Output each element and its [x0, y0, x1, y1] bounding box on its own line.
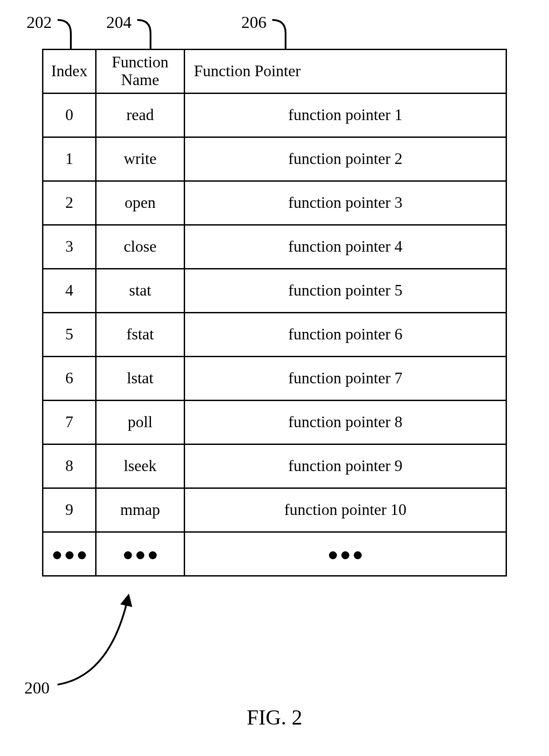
cell-index: 2: [43, 181, 96, 225]
cell-function-pointer: function pointer 1: [185, 94, 506, 137]
callout-200: 200: [24, 678, 50, 698]
table-row: 9mmapfunction pointer 10: [43, 488, 506, 532]
table-row: 3closefunction pointer 4: [43, 225, 506, 269]
cell-function-pointer: function pointer 3: [185, 181, 506, 225]
cell-index: 7: [43, 401, 96, 444]
cell-function-name: close: [96, 225, 185, 269]
cell-function-pointer: function pointer 4: [185, 225, 506, 269]
table-row: 2openfunction pointer 3: [43, 181, 506, 225]
cell-function-pointer: function pointer 7: [185, 357, 506, 401]
callout-202: 202: [27, 12, 52, 32]
table-ellipsis-row: [43, 532, 506, 576]
figure-label: FIG. 2: [0, 705, 549, 729]
table-row: 8lseekfunction pointer 9: [43, 444, 506, 488]
cell-function-pointer: function pointer 10: [185, 488, 506, 532]
callout-206: 206: [241, 12, 267, 32]
table-row: 4statfunction pointer 5: [43, 269, 506, 313]
cell-index: 8: [43, 444, 96, 488]
cell-function-name: read: [96, 94, 185, 137]
cell-index: 6: [43, 357, 96, 401]
header-name: Function Name: [96, 50, 185, 94]
header-index: Index: [43, 50, 96, 94]
cell-function-name: poll: [96, 401, 185, 444]
header-pointer: Function Pointer: [185, 50, 506, 94]
table-row: 5fstatfunction pointer 6: [43, 313, 506, 357]
cell-function-name: lstat: [96, 357, 185, 401]
cell-index: 1: [43, 137, 96, 181]
cell-function-name: lseek: [96, 444, 185, 488]
cell-index: 5: [43, 313, 96, 357]
table-header-row: Index Function Name Function Pointer: [43, 50, 506, 94]
cell-index: 9: [43, 488, 96, 532]
cell-function-name: write: [96, 137, 185, 181]
cell-function-name: stat: [96, 269, 185, 313]
cell-function-name: mmap: [96, 488, 185, 532]
table-row: 6lstatfunction pointer 7: [43, 357, 506, 401]
cell-function-name: fstat: [96, 313, 185, 357]
cell-function-pointer: function pointer 6: [185, 313, 506, 357]
cell-index: 0: [43, 94, 96, 137]
table-row: 7pollfunction pointer 8: [43, 401, 506, 444]
cell-function-pointer: function pointer 5: [185, 269, 506, 313]
table-row: 0readfunction pointer 1: [43, 94, 506, 137]
ellipsis-icon: [43, 532, 96, 576]
cell-function-pointer: function pointer 9: [185, 444, 506, 488]
table-row: 1writefunction pointer 2: [43, 137, 506, 181]
cell-function-pointer: function pointer 8: [185, 401, 506, 444]
cell-index: 4: [43, 269, 96, 313]
ellipsis-icon: [96, 532, 185, 576]
cell-function-name: open: [96, 181, 185, 225]
ellipsis-icon: [185, 532, 506, 576]
syscall-table: Index Function Name Function Pointer 0re…: [42, 49, 507, 577]
callout-204: 204: [106, 12, 131, 32]
cell-function-pointer: function pointer 2: [185, 137, 506, 181]
cell-index: 3: [43, 225, 96, 269]
